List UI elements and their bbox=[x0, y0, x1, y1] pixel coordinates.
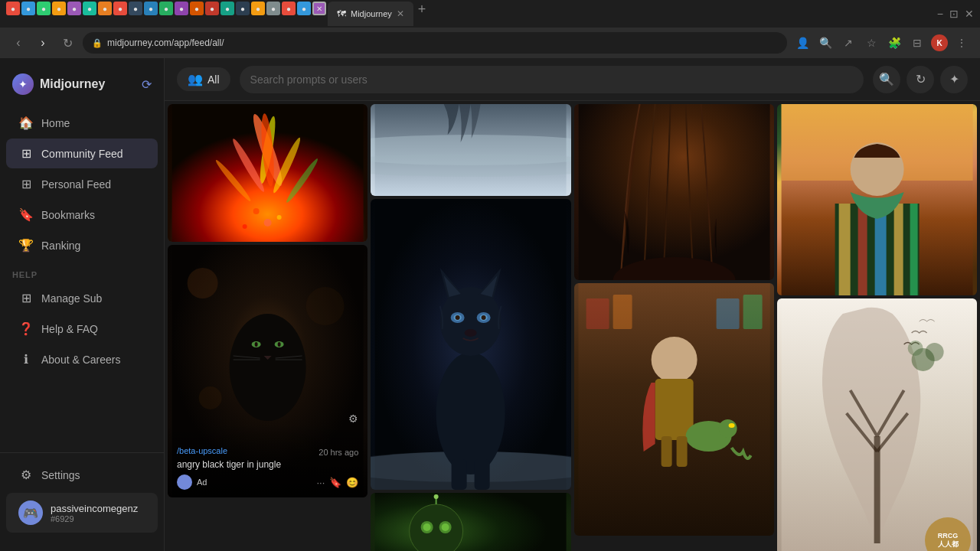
gallery-item-wolf[interactable] bbox=[371, 199, 570, 490]
filter-icon-btn[interactable]: ✦ bbox=[940, 66, 968, 93]
tab-icon[interactable]: ● bbox=[52, 2, 66, 15]
svg-point-20 bbox=[278, 342, 281, 347]
gallery-item-robot[interactable] bbox=[371, 493, 570, 551]
tab-icon[interactable]: ● bbox=[98, 2, 112, 15]
active-tab[interactable]: 🗺 Midjourney ✕ bbox=[328, 2, 413, 26]
gallery-item-colorful-person[interactable] bbox=[777, 104, 977, 295]
tab-icon[interactable]: ● bbox=[297, 2, 311, 15]
svg-point-41 bbox=[456, 315, 460, 320]
tab-icon[interactable]: ● bbox=[175, 2, 188, 15]
all-filter-btn[interactable]: 👥 All bbox=[177, 67, 230, 91]
close-btn[interactable]: ✕ bbox=[965, 8, 974, 20]
sidebar-item-ranking[interactable]: 🏆 Ranking bbox=[6, 230, 158, 260]
bookmark-star-btn[interactable]: ☆ bbox=[862, 34, 880, 52]
sidebar-item-personal-feed[interactable]: ⊞ Personal Feed bbox=[6, 169, 158, 199]
gallery-col-3 bbox=[574, 104, 774, 551]
user-card[interactable]: 🎮 passiveincomegenz #6929 bbox=[6, 493, 158, 533]
more-options-icon[interactable]: ··· bbox=[316, 477, 325, 488]
svg-rect-72 bbox=[838, 204, 850, 295]
tab-icon[interactable]: ● bbox=[282, 2, 296, 15]
new-tab-btn[interactable]: + bbox=[418, 2, 426, 26]
tab-icon[interactable]: ● bbox=[144, 2, 158, 15]
svg-point-27 bbox=[371, 154, 570, 177]
sidebar-item-about-careers[interactable]: ℹ About & Careers bbox=[6, 344, 158, 374]
svg-rect-76 bbox=[910, 204, 917, 295]
tab-close-btn[interactable]: ✕ bbox=[397, 8, 404, 19]
maximize-btn[interactable]: ⊡ bbox=[949, 8, 959, 20]
profile-btn[interactable]: 👤 bbox=[793, 34, 812, 52]
search-icon-btn[interactable]: 🔍 bbox=[873, 66, 900, 93]
caption-username: Ad bbox=[197, 478, 207, 487]
tab-icon[interactable]: ● bbox=[266, 2, 280, 15]
tab-icon[interactable]: ● bbox=[236, 2, 250, 15]
reaction-icon[interactable]: 😊 bbox=[346, 477, 358, 488]
discord-icon[interactable]: ⟳ bbox=[142, 77, 152, 92]
svg-rect-44 bbox=[452, 459, 467, 490]
user-tag: #6929 bbox=[51, 514, 138, 523]
svg-point-9 bbox=[264, 219, 272, 227]
reload-btn[interactable]: ↻ bbox=[58, 34, 77, 52]
sidebar-brand[interactable]: ✦ Midjourney ⟳ bbox=[0, 67, 164, 107]
help-section-label: HELP bbox=[0, 261, 164, 282]
tab-icon[interactable]: ● bbox=[251, 2, 265, 15]
svg-point-53 bbox=[434, 494, 439, 499]
sidebar-toggle-btn[interactable]: ⊟ bbox=[908, 34, 926, 52]
extensions-btn[interactable]: 🧩 bbox=[885, 34, 903, 52]
sidebar-item-settings[interactable]: ⚙ Settings bbox=[6, 460, 158, 490]
gallery-item-brown-hair[interactable] bbox=[574, 104, 774, 280]
svg-point-62 bbox=[651, 337, 697, 383]
sidebar-item-manage-sub[interactable]: ⊞ Manage Sub bbox=[6, 283, 158, 313]
menu-btn[interactable]: ⋮ bbox=[952, 34, 971, 52]
svg-point-66 bbox=[728, 423, 734, 428]
nav-actions: 👤 🔍 ↗ ☆ 🧩 ⊟ K ⋮ bbox=[793, 34, 971, 52]
browser-nav-bar: ‹ › ↻ 🔒 midjourney.com/app/feed/all/ 👤 🔍… bbox=[0, 28, 980, 58]
search-bar[interactable]: Search prompts or users bbox=[240, 66, 864, 93]
masonry-grid: /beta-upscale 20 hrs ago angry black tig… bbox=[165, 101, 980, 551]
all-icon: 👥 bbox=[188, 72, 203, 86]
sidebar-item-community-feed[interactable]: ⊞ Community Feed bbox=[6, 139, 158, 168]
gallery-item-phoenix[interactable] bbox=[168, 104, 368, 242]
sidebar-item-help-faq[interactable]: ❓ Help & FAQ bbox=[6, 314, 158, 344]
all-label: All bbox=[207, 73, 220, 86]
sidebar-item-home[interactable]: 🏠 Home bbox=[6, 108, 158, 138]
svg-rect-60 bbox=[716, 298, 739, 329]
tab-icon[interactable]: ● bbox=[83, 2, 96, 15]
svg-rect-54 bbox=[578, 104, 769, 280]
tab-icon[interactable]: ● bbox=[129, 2, 142, 15]
tab-icon[interactable]: ● bbox=[220, 2, 234, 15]
tab-icon[interactable]: ● bbox=[205, 2, 219, 15]
user-profile-btn[interactable]: K bbox=[931, 34, 948, 51]
svg-rect-73 bbox=[858, 204, 867, 295]
svg-rect-58 bbox=[586, 298, 609, 329]
caption-avatar bbox=[177, 474, 192, 490]
tab-icon[interactable]: ● bbox=[6, 2, 20, 15]
brown-hair-image bbox=[574, 104, 774, 280]
gallery-item-boy-lizard[interactable] bbox=[574, 283, 774, 536]
svg-point-8 bbox=[253, 208, 260, 214]
gallery-item-panther[interactable]: /beta-upscale 20 hrs ago angry black tig… bbox=[168, 245, 368, 497]
tab-icon[interactable]: ● bbox=[67, 2, 81, 15]
sidebar-item-help-faq-label: Help & FAQ bbox=[41, 323, 98, 335]
bookmark-icon[interactable]: 🔖 bbox=[329, 477, 341, 488]
robot-image bbox=[371, 493, 570, 551]
phoenix-image bbox=[168, 104, 368, 242]
tab-icon[interactable]: ● bbox=[190, 2, 204, 15]
back-btn[interactable]: ‹ bbox=[9, 34, 28, 52]
refresh-icon-btn[interactable]: ↻ bbox=[906, 66, 934, 93]
svg-point-10 bbox=[277, 215, 282, 220]
gallery-item-mist[interactable] bbox=[371, 104, 570, 196]
share-btn[interactable]: ↗ bbox=[839, 34, 858, 52]
minimize-btn[interactable]: − bbox=[937, 8, 943, 20]
forward-btn[interactable]: › bbox=[34, 34, 52, 52]
item-settings-icon[interactable]: ⚙ bbox=[348, 412, 358, 425]
tab-icon[interactable]: ● bbox=[21, 2, 35, 15]
tab-icon[interactable]: ● bbox=[37, 2, 51, 15]
svg-point-13 bbox=[188, 268, 218, 298]
search-btn[interactable]: 🔍 bbox=[816, 34, 835, 52]
gallery-item-double-exposure[interactable] bbox=[777, 298, 977, 551]
address-bar[interactable]: 🔒 midjourney.com/app/feed/all/ bbox=[83, 32, 787, 54]
tab-icon[interactable]: ● bbox=[159, 2, 173, 15]
sidebar-item-bookmarks[interactable]: 🔖 Bookmarks bbox=[6, 200, 158, 230]
tab-icon[interactable]: ✕ bbox=[312, 2, 326, 15]
tab-icon[interactable]: ● bbox=[113, 2, 127, 15]
